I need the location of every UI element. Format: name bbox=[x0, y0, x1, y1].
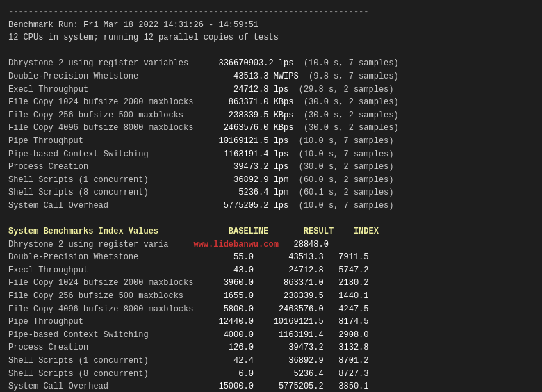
index-row-10: Shell Scripts (8 concurrent) 6.0 5236.4 … bbox=[8, 368, 534, 381]
index-row-11: System Call Overhead 15000.0 5775205.2 3… bbox=[8, 380, 534, 392]
index-row-0: Dhrystone 2 using register varia www.lid… bbox=[8, 238, 534, 252]
bench-row-6: Pipe Throughput 10169121.5 lps (10.0 s, … bbox=[8, 135, 534, 148]
index-row-6: Pipe Throughput 12440.0 10169121.5 8174.… bbox=[8, 316, 534, 329]
bench-row-7: Pipe-based Context Switching 1163191.4 l… bbox=[8, 148, 534, 161]
run-header: Benchmark Run: Fri Mar 18 2022 14:31:26 … bbox=[8, 19, 534, 32]
index-row-8: Process Creation 126.0 39473.2 3132.8 bbox=[8, 341, 534, 354]
cpu-info: 12 CPUs in system; running 12 parallel c… bbox=[8, 31, 534, 44]
terminal: ----------------------------------------… bbox=[0, 0, 542, 392]
index-row-9: Shell Scripts (1 concurrent) 42.4 36892.… bbox=[8, 354, 534, 368]
bench-row-11: System Call Overhead 5775205.2 lps (10.0… bbox=[8, 199, 534, 213]
bench-row-2: Execl Throughput 24712.8 lps (29.8 s, 2 … bbox=[8, 83, 534, 97]
blank1 bbox=[8, 44, 534, 58]
index-row-7: Pipe-based Context Switching 4000.0 1163… bbox=[8, 329, 534, 342]
bench-row-8: Process Creation 39473.2 lps (30.0 s, 2 … bbox=[8, 161, 534, 174]
bench-row-5: File Copy 4096 bufsize 8000 maxblocks 24… bbox=[8, 122, 534, 135]
bench-row-9: Shell Scripts (1 concurrent) 36892.9 lpm… bbox=[8, 174, 534, 187]
index-row-4: File Copy 256 bufsize 500 maxblocks 1655… bbox=[8, 290, 534, 303]
divider-top: ----------------------------------------… bbox=[8, 6, 534, 19]
index-row-2: Execl Throughput 43.0 24712.8 5747.2 bbox=[8, 264, 534, 277]
index-row-1: Double-Precision Whetstone 55.0 43513.3 … bbox=[8, 251, 534, 264]
bench-row-1: Double-Precision Whetstone 43513.3 MWIPS… bbox=[8, 70, 534, 83]
index-header: System Benchmarks Index Values BASELINE … bbox=[8, 225, 534, 238]
blank2 bbox=[8, 213, 534, 226]
bench-row-0: Dhrystone 2 using register variables 336… bbox=[8, 57, 534, 70]
bench-row-4: File Copy 256 bufsize 500 maxblocks 2383… bbox=[8, 109, 534, 122]
bench-row-10: Shell Scripts (8 concurrent) 5236.4 lpm … bbox=[8, 186, 534, 199]
index-row-3: File Copy 1024 bufsize 2000 maxblocks 39… bbox=[8, 277, 534, 290]
index-row-5: File Copy 4096 bufsize 8000 maxblocks 58… bbox=[8, 303, 534, 316]
bench-row-3: File Copy 1024 bufsize 2000 maxblocks 86… bbox=[8, 96, 534, 109]
